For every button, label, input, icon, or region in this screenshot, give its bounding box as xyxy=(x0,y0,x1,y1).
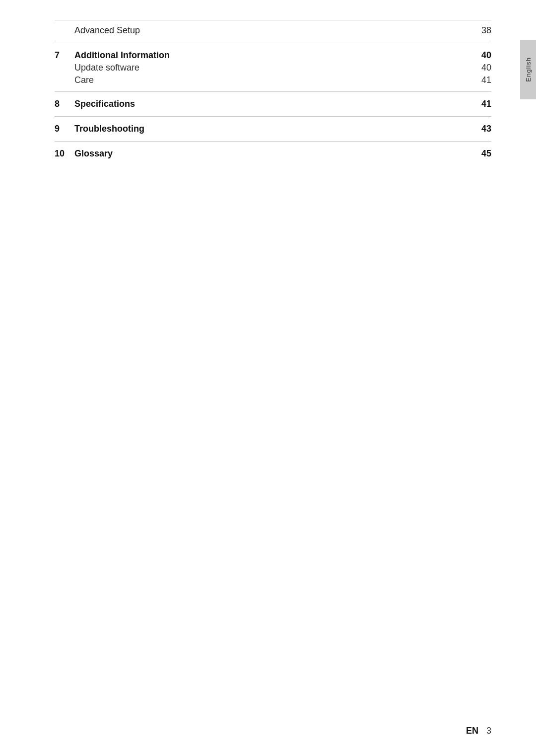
toc-section-9: 9 Troubleshooting 43 xyxy=(55,116,491,141)
toc-section-10-page: 45 xyxy=(471,149,491,159)
toc-container: Advanced Setup 38 7 Additional Informati… xyxy=(55,20,491,166)
toc-section-7-sub-1-title: Update software xyxy=(74,63,471,73)
footer: EN 3 xyxy=(55,726,491,736)
toc-section-10-title: Glossary xyxy=(74,149,471,159)
footer-language-code: EN xyxy=(466,726,478,736)
toc-section-7-number: 7 xyxy=(55,50,74,61)
toc-section-7-page: 40 xyxy=(471,50,491,61)
toc-section-8-page: 41 xyxy=(471,99,491,109)
toc-advanced-setup-page: 38 xyxy=(471,25,491,36)
language-tab-label: English xyxy=(525,57,532,82)
toc-section-7-sub-1: Update software 40 xyxy=(55,62,491,74)
toc-section-10: 10 Glossary 45 xyxy=(55,141,491,166)
toc-section-7: 7 Additional Information 40 Update softw… xyxy=(55,43,491,91)
toc-section-7-title: Additional Information xyxy=(74,50,471,61)
toc-advanced-setup-title: Advanced Setup xyxy=(74,25,471,36)
toc-section-7-subitems: Update software 40 Care 41 xyxy=(55,62,491,91)
page: English Advanced Setup 38 7 Additional I… xyxy=(0,0,536,756)
toc-section-8: 8 Specifications 41 xyxy=(55,91,491,116)
toc-section-7-sub-1-page: 40 xyxy=(471,63,491,73)
toc-section-9-number: 9 xyxy=(55,124,74,134)
toc-section-7-header: 7 Additional Information 40 xyxy=(55,43,491,62)
toc-section-7-sub-2: Care 41 xyxy=(55,74,491,86)
toc-section-8-number: 8 xyxy=(55,99,74,109)
toc-advanced-setup: Advanced Setup 38 xyxy=(55,20,491,43)
toc-section-9-title: Troubleshooting xyxy=(74,124,471,134)
toc-section-9-page: 43 xyxy=(471,124,491,134)
toc-section-7-sub-2-page: 41 xyxy=(471,75,491,85)
language-tab: English xyxy=(520,40,536,99)
toc-section-8-title: Specifications xyxy=(74,99,471,109)
toc-section-10-number: 10 xyxy=(55,149,74,159)
footer-page-number: 3 xyxy=(486,726,491,736)
toc-section-7-sub-2-title: Care xyxy=(74,75,471,85)
